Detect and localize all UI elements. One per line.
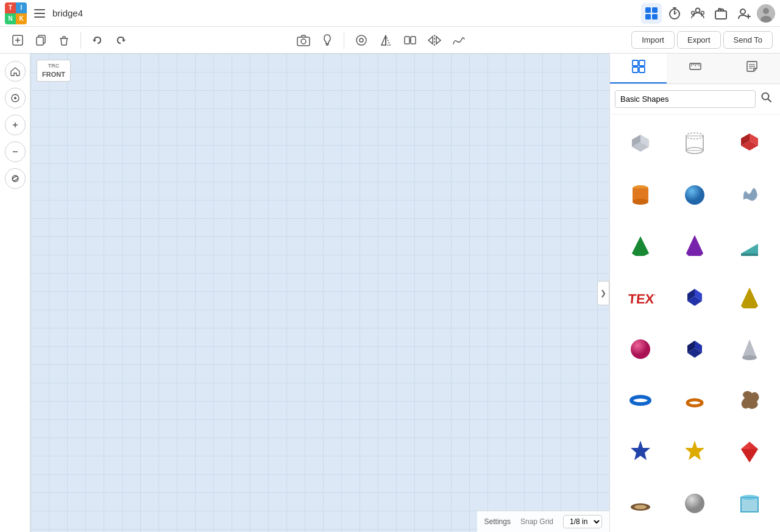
shape-pyramid-yellow-icon [734,282,765,313]
shape-star-yellow[interactable] [670,428,721,475]
shape-pyramid-green[interactable] [615,222,666,270]
settings-label[interactable]: Settings [484,517,511,526]
svg-point-154 [685,494,704,513]
svg-marker-130 [741,244,758,254]
shape-cylinder-stripes[interactable] [670,119,721,167]
shape-cylinder-orange-icon [625,180,656,210]
shape-gem-red[interactable] [724,428,775,475]
copy-button[interactable] [30,31,51,49]
send-to-button[interactable]: Send To [723,31,773,49]
shape-cube-red-icon [734,128,765,158]
view-label-line2: FRONT [42,70,65,79]
shape-wedge-teal2[interactable] [724,480,775,527]
export-button[interactable]: Export [677,31,721,49]
shape-cone[interactable] [724,325,775,373]
fit-view-button[interactable] [5,88,26,108]
svg-marker-31 [381,35,386,45]
svg-rect-2 [34,16,45,18]
shape-torus-orange-icon [679,385,710,416]
shape-cone-icon [734,334,765,364]
shape-wiggly-icon [734,180,765,210]
shape-sphere-blue[interactable] [670,171,721,218]
shape-category-select[interactable]: Basic Shapes Text & Numbers Connectors S… [615,90,756,108]
redo-button[interactable] [110,31,131,49]
user-avatar[interactable] [757,4,775,23]
shape-blob-brown[interactable] [724,377,775,424]
shape-torus-blue[interactable] [615,377,666,424]
add-user-button[interactable] [734,3,754,24]
community-button[interactable] [687,3,708,24]
svg-marker-151 [750,442,758,449]
timer-button[interactable] [664,3,685,24]
grid-view-button[interactable] [641,3,662,24]
shape-ring-brown[interactable] [615,480,666,527]
orbit-button[interactable] [5,168,26,189]
svg-marker-138 [741,288,758,308]
svg-rect-35 [411,37,416,44]
delete-button[interactable] [54,31,74,49]
mirror-button[interactable] [375,31,397,49]
menu-button[interactable] [32,7,48,20]
shape-cylinder-orange[interactable] [615,171,666,218]
svg-point-11 [701,11,704,14]
svg-rect-6 [652,14,658,20]
zoom-out-button[interactable] [5,141,26,162]
svg-marker-150 [741,442,750,449]
shape-wiggly[interactable] [724,171,775,218]
shape-gem-red-icon [734,436,765,467]
shape-star-yellow-icon [679,436,710,467]
shape-sphere-pink[interactable] [615,325,666,373]
briefcase-button[interactable] [711,3,731,24]
tab-ruler[interactable] [667,54,723,83]
svg-point-153 [634,505,647,509]
align-button[interactable] [350,31,372,49]
svg-rect-95 [633,60,638,66]
svg-marker-147 [631,441,650,460]
shape-wedge-teal[interactable] [724,222,775,270]
svg-marker-127 [632,236,649,256]
new-design-button[interactable] [7,31,28,49]
shape-pyramid-yellow[interactable] [724,274,775,321]
light-bulb-button[interactable] [317,30,338,50]
logo-n: N [5,13,16,24]
snap-grid-select[interactable]: 1/8 in 1/4 in 1/2 in 1 in [563,515,602,528]
svg-rect-25 [297,37,310,46]
shape-cube-red[interactable] [724,119,775,167]
shape-search-button[interactable] [758,89,775,109]
svg-point-9 [696,8,700,12]
shape-torus-orange[interactable] [670,377,721,424]
group-button[interactable] [399,31,421,49]
svg-marker-132 [741,254,758,256]
svg-point-124 [633,199,648,205]
import-button[interactable]: Import [631,31,675,49]
svg-point-14 [740,9,745,14]
shape-sphere-silver-icon [679,488,710,519]
curve-button[interactable] [448,31,470,49]
shape-cube-dark2[interactable] [670,325,721,373]
shape-cube-navy[interactable] [670,274,721,321]
svg-rect-96 [639,60,645,66]
shape-box[interactable] [615,119,666,167]
flip-button[interactable] [424,31,445,49]
svg-marker-38 [428,37,433,44]
shape-sphere-blue-icon [679,180,710,210]
svg-marker-39 [436,37,441,44]
grid-background [30,54,609,532]
shape-pyramid-purple[interactable] [670,222,721,270]
tab-notes[interactable] [723,54,780,83]
zoom-in-button[interactable] [5,115,26,135]
viewport[interactable]: Workplane TRC FRONT ❯ Settings Snap Grid… [30,54,609,532]
snap-grid-label: Snap Grid [520,517,553,526]
shape-text3d[interactable]: TEXT [615,274,666,321]
svg-point-145 [631,397,650,404]
view-label: TRC FRONT [37,60,71,82]
tab-shapes[interactable] [610,54,667,83]
svg-point-139 [631,339,650,359]
panel-collapse-button[interactable]: ❯ [597,281,609,305]
home-view-button[interactable] [5,61,26,82]
shape-sphere-silver[interactable] [670,480,721,527]
shape-star-blue[interactable] [615,428,666,475]
camera-button[interactable] [292,31,314,49]
undo-button[interactable] [87,31,108,49]
view-label-line1: TRC [42,63,65,70]
